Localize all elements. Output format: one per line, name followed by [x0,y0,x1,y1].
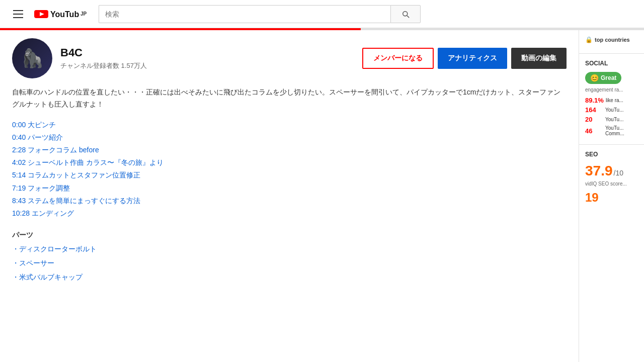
great-label: Great [601,74,616,81]
engagement-label: engagement ra... [585,87,638,93]
stat-label: YouTu... [605,107,624,113]
great-badge: 😊 Great [585,72,621,84]
main-panel: 🦍 B4C チャンネル登録者数 1.57万人 メンバーになる アナリティクス 動… [0,30,579,362]
logo-jp-badge: JP [80,11,87,17]
social-section: SOCIAL 😊 Great engagement ra... 89.1%lik… [579,54,644,145]
avatar: 🦍 [12,38,52,78]
timestamp-item[interactable]: 0:00 大ピンチ [12,119,567,131]
stat-number: 164 [585,106,603,114]
timestamps: 0:00 大ピンチ0:40 パーツ紹介2:28 フォークコラム before4:… [12,119,567,220]
menu-icon[interactable] [8,4,28,24]
search-input[interactable] [99,5,390,23]
stat-label: like ra... [606,98,623,103]
stat-label: YouTu... Comm... [605,125,638,136]
timestamp-item[interactable]: 10:28 エンディング [12,207,567,220]
stat-row: 89.1%like ra... [585,97,638,104]
parts-title: パーツ [12,228,567,242]
channel-info: B4C チャンネル登録者数 1.57万人 [60,46,362,70]
seo-title: SEO [585,151,638,158]
lock-icon: 🔒 [585,36,593,43]
content-area: 🦍 B4C チャンネル登録者数 1.57万人 メンバーになる アナリティクス 動… [0,30,644,362]
channel-actions: メンバーになる アナリティクス 動画の編集 [362,48,567,69]
channel-name: B4C [60,46,362,59]
seo-score-value: 37.9 [585,163,613,179]
seo-section: SEO 37.9 /10 vidIQ SEO score... 19 [579,145,644,211]
description: 自転車のハンドルの位置を直したい・・・正確には出べそみたいに飛び出たコラムを少し… [12,86,567,111]
seo-secondary-score: 19 [585,191,638,205]
top-countries-label: top countries [595,37,630,43]
top-countries-header: 🔒 top countries [585,36,638,43]
stat-number: 46 [585,127,603,135]
header: YouTube JP [0,0,644,28]
timestamp-item[interactable]: 0:40 パーツ紹介 [12,131,567,144]
search-icon [401,10,410,19]
seo-score-container: 37.9 /10 [585,163,638,179]
edit-button[interactable]: 動画の編集 [511,48,567,69]
seo-score-max: /10 [614,169,623,177]
member-button[interactable]: メンバーになる [362,48,434,69]
social-title: SOCIAL [585,60,638,67]
subscriber-count: チャンネル登録者数 1.57万人 [60,61,362,70]
stat-row: 46YouTu... Comm... [585,125,638,136]
progress-bar [0,28,644,30]
parts-item[interactable]: ・スペーサー [12,256,567,270]
stat-label: YouTu... [605,117,624,122]
parts-item[interactable]: ・ディスクローターボルト [12,242,567,256]
timestamp-item[interactable]: 4:02 シューベルト作曲 カラス〜『冬の旅』より [12,156,567,169]
search-container [99,5,421,23]
seo-score-label: vidIQ SEO score... [585,181,638,187]
svg-text:YouTube: YouTube [50,10,79,19]
stat-number: 20 [585,116,603,123]
top-countries-section: 🔒 top countries [579,30,644,54]
stat-number: 89.1% [585,97,604,104]
youtube-logo[interactable]: YouTube JP [34,9,87,19]
timestamp-item[interactable]: 8:43 ステムを簡単にまっすぐにする方法 [12,195,567,207]
search-button[interactable] [390,5,421,23]
stat-row: 20YouTu... [585,116,638,123]
channel-header: 🦍 B4C チャンネル登録者数 1.57万人 メンバーになる アナリティクス 動… [12,38,567,78]
timestamp-item[interactable]: 2:28 フォークコラム before [12,144,567,156]
stat-row: 164YouTu... [585,106,638,114]
right-sidebar: 🔒 top countries SOCIAL 😊 Great engagemen… [579,30,644,362]
parts-section: パーツ ・ディスクローターボルト・スペーサー・米式バルブキャップ [12,228,567,284]
progress-bar-fill [0,28,361,30]
timestamp-item[interactable]: 7:19 フォーク調整 [12,182,567,195]
smiley-icon: 😊 [590,74,599,82]
analytics-button[interactable]: アナリティクス [438,48,507,69]
parts-item[interactable]: ・米式バルブキャップ [12,270,567,284]
timestamp-item[interactable]: 5:14 コラムカットとスタファン位置修正 [12,169,567,182]
